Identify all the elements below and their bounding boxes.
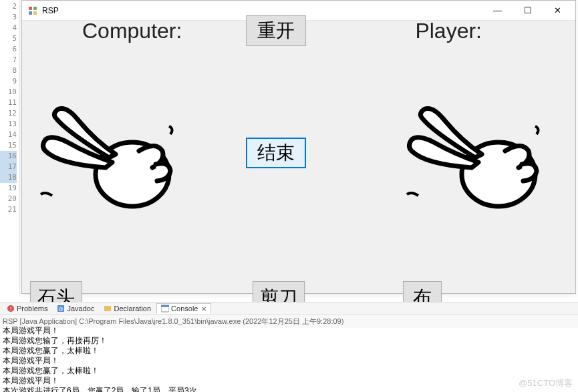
svg-rect-10 [104, 306, 111, 311]
tab-declaration[interactable]: Declaration [100, 304, 155, 313]
player-score-label: Player: [415, 19, 482, 43]
tab-label: Console [171, 305, 198, 313]
tab-label: Declaration [114, 305, 151, 313]
problems-icon: ! [7, 305, 15, 313]
svg-text:!: ! [10, 306, 11, 312]
line-number: 13 [0, 119, 17, 130]
tab-close-icon[interactable]: ✕ [201, 305, 206, 313]
tab-console[interactable]: Console ✕ [156, 303, 211, 314]
svg-text:@: @ [59, 307, 63, 311]
restart-button[interactable]: 重开 [246, 15, 306, 46]
console-line: 本局游戏平局！ [3, 326, 575, 336]
line-number: 20 [0, 194, 17, 204]
line-number: 4 [0, 23, 17, 33]
console-line: 本局游戏您赢了，太棒啦！ [3, 366, 575, 376]
game-body: Computer: 重开 Player: [22, 21, 575, 293]
game-window: RSP — ☐ ✕ Computer: 重开 Player: [21, 0, 576, 294]
tab-problems[interactable]: ! Problems [3, 304, 51, 313]
line-number: 17 [0, 162, 17, 172]
console-line: 本局游戏您输了，再接再厉！ [3, 336, 575, 346]
end-button[interactable]: 结束 [246, 138, 306, 168]
svg-rect-3 [33, 11, 37, 15]
line-number: 10 [0, 87, 17, 97]
computer-gesture-scissors-icon [29, 101, 196, 214]
line-number: 18 [0, 172, 17, 183]
minimize-button[interactable]: — [482, 1, 513, 20]
line-number: 15 [0, 140, 17, 151]
tab-label: Javadoc [67, 305, 94, 313]
line-number: 16 [0, 151, 17, 162]
svg-rect-12 [161, 305, 169, 307]
line-number: 3 [0, 12, 17, 23]
tab-javadoc[interactable]: @ Javadoc [53, 304, 98, 313]
javadoc-icon: @ [57, 305, 65, 313]
line-number: 2 [0, 1, 17, 12]
console-icon [161, 305, 169, 313]
close-button[interactable]: ✕ [543, 1, 573, 20]
console-line: 本局游戏平局！ [3, 356, 575, 366]
line-number: 6 [0, 44, 17, 55]
window-title: RSP [42, 6, 482, 15]
line-number: 5 [0, 33, 17, 44]
line-number: 7 [0, 55, 17, 65]
line-number: 8 [0, 65, 17, 76]
player-gesture-scissors-icon [395, 101, 562, 214]
line-number: 12 [0, 108, 17, 119]
maximize-button[interactable]: ☐ [513, 1, 543, 20]
svg-rect-1 [33, 7, 37, 10]
watermark: @51CTO博客 [519, 377, 573, 389]
line-number: 9 [0, 76, 17, 87]
line-number: 21 [0, 204, 17, 215]
line-number: 14 [0, 130, 17, 140]
console-output: 本局游戏平局！本局游戏您输了，再接再厉！本局游戏您赢了，太棒啦！本局游戏平局！本… [0, 326, 578, 392]
svg-rect-2 [29, 11, 32, 15]
computer-score-label: Computer: [82, 19, 182, 43]
window-controls: — ☐ ✕ [482, 1, 573, 20]
line-number: 11 [0, 97, 17, 108]
console-line: 本次游戏共进行了6局，您赢了2局，输了1局，平局3次。 [3, 386, 575, 392]
line-number: 19 [0, 183, 17, 194]
tab-label: Problems [17, 305, 47, 313]
svg-rect-0 [29, 7, 32, 10]
editor-line-gutter: 23456789101112131415161718192021 [0, 0, 20, 297]
views-tab-bar: ! Problems @ Javadoc Declaration Console… [0, 302, 578, 315]
console-line: 本局游戏您赢了，太棒啦！ [3, 346, 575, 356]
java-app-icon [27, 5, 38, 16]
console-line: 本局游戏平局！ [3, 376, 575, 386]
declaration-icon [104, 305, 112, 313]
